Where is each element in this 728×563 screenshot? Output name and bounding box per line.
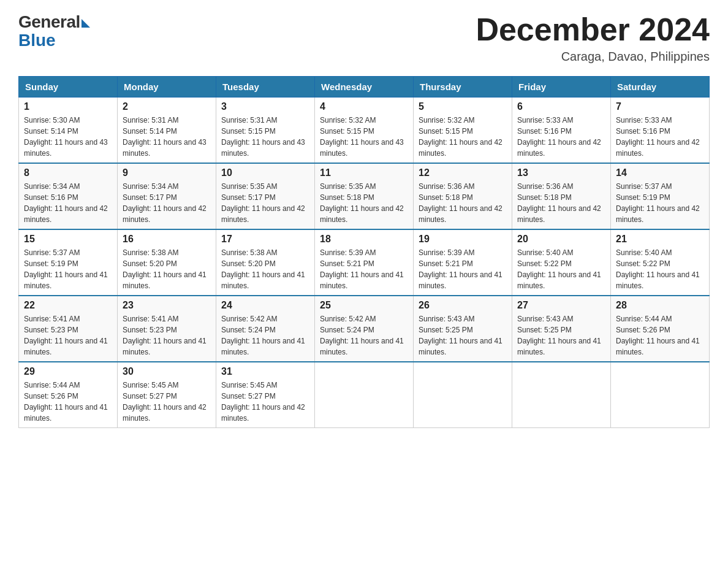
sunset-label: Sunset: 5:15 PM <box>320 127 374 136</box>
daylight-label: Daylight: 11 hours and 42 minutes. <box>517 138 601 158</box>
sunrise-label: Sunrise: 5:34 AM <box>123 182 178 191</box>
sunset-label: Sunset: 5:16 PM <box>616 127 670 136</box>
header-saturday: Saturday <box>611 77 710 98</box>
sunset-label: Sunset: 5:18 PM <box>320 193 374 202</box>
daylight-label: Daylight: 11 hours and 41 minutes. <box>123 337 207 356</box>
day-info: Sunrise: 5:43 AM Sunset: 5:25 PM Dayligh… <box>419 313 507 358</box>
header-tuesday: Tuesday <box>216 77 315 98</box>
table-row: 24 Sunrise: 5:42 AM Sunset: 5:24 PM Dayl… <box>216 296 315 362</box>
sunrise-label: Sunrise: 5:45 AM <box>123 381 178 389</box>
sunrise-label: Sunrise: 5:35 AM <box>221 182 277 191</box>
daylight-label: Daylight: 11 hours and 42 minutes. <box>24 204 108 224</box>
day-number: 6 <box>517 101 605 112</box>
sunrise-label: Sunrise: 5:31 AM <box>221 116 277 124</box>
day-number: 24 <box>221 300 309 311</box>
sunrise-label: Sunrise: 5:44 AM <box>616 315 672 323</box>
table-row: 4 Sunrise: 5:32 AM Sunset: 5:15 PM Dayli… <box>315 98 414 164</box>
daylight-label: Daylight: 11 hours and 41 minutes. <box>24 270 108 290</box>
day-info: Sunrise: 5:37 AM Sunset: 5:19 PM Dayligh… <box>616 181 704 225</box>
daylight-label: Daylight: 11 hours and 41 minutes. <box>616 337 700 356</box>
sunrise-label: Sunrise: 5:41 AM <box>123 315 178 323</box>
calendar-week-2: 8 Sunrise: 5:34 AM Sunset: 5:16 PM Dayli… <box>19 163 710 229</box>
table-row: 30 Sunrise: 5:45 AM Sunset: 5:27 PM Dayl… <box>118 362 216 428</box>
day-info: Sunrise: 5:37 AM Sunset: 5:19 PM Dayligh… <box>24 247 112 291</box>
day-info: Sunrise: 5:35 AM Sunset: 5:18 PM Dayligh… <box>320 181 408 225</box>
table-row: 5 Sunrise: 5:32 AM Sunset: 5:15 PM Dayli… <box>414 98 512 164</box>
day-number: 14 <box>616 167 704 178</box>
day-number: 15 <box>24 234 112 245</box>
sunrise-label: Sunrise: 5:35 AM <box>320 182 376 191</box>
table-row: 9 Sunrise: 5:34 AM Sunset: 5:17 PM Dayli… <box>118 163 216 229</box>
table-row: 26 Sunrise: 5:43 AM Sunset: 5:25 PM Dayl… <box>414 296 512 362</box>
day-number: 18 <box>320 234 408 245</box>
daylight-label: Daylight: 11 hours and 43 minutes. <box>123 138 207 158</box>
day-number: 12 <box>419 167 507 178</box>
day-number: 3 <box>221 101 309 112</box>
day-number: 1 <box>24 101 112 112</box>
day-info: Sunrise: 5:31 AM Sunset: 5:14 PM Dayligh… <box>123 115 211 159</box>
daylight-label: Daylight: 11 hours and 41 minutes. <box>517 337 601 356</box>
sunrise-label: Sunrise: 5:31 AM <box>123 116 178 124</box>
table-row: 23 Sunrise: 5:41 AM Sunset: 5:23 PM Dayl… <box>118 296 216 362</box>
day-number: 8 <box>24 167 112 178</box>
day-info: Sunrise: 5:32 AM Sunset: 5:15 PM Dayligh… <box>320 115 408 159</box>
calendar-week-4: 22 Sunrise: 5:41 AM Sunset: 5:23 PM Dayl… <box>19 296 710 362</box>
sunset-label: Sunset: 5:22 PM <box>517 259 572 268</box>
table-row: 29 Sunrise: 5:44 AM Sunset: 5:26 PM Dayl… <box>19 362 118 428</box>
table-row: 15 Sunrise: 5:37 AM Sunset: 5:19 PM Dayl… <box>19 229 118 296</box>
day-number: 9 <box>123 167 211 178</box>
day-info: Sunrise: 5:32 AM Sunset: 5:15 PM Dayligh… <box>419 115 507 159</box>
sunset-label: Sunset: 5:20 PM <box>221 259 276 268</box>
day-info: Sunrise: 5:40 AM Sunset: 5:22 PM Dayligh… <box>616 247 704 291</box>
day-number: 27 <box>517 300 605 311</box>
day-info: Sunrise: 5:34 AM Sunset: 5:17 PM Dayligh… <box>123 181 211 225</box>
calendar-table: Sunday Monday Tuesday Wednesday Thursday… <box>18 76 710 428</box>
table-row <box>315 362 414 428</box>
header-thursday: Thursday <box>414 77 512 98</box>
sunrise-label: Sunrise: 5:39 AM <box>419 248 474 257</box>
table-row: 12 Sunrise: 5:36 AM Sunset: 5:18 PM Dayl… <box>414 163 512 229</box>
sunset-label: Sunset: 5:19 PM <box>24 259 78 268</box>
sunset-label: Sunset: 5:23 PM <box>123 326 177 334</box>
table-row <box>512 362 611 428</box>
daylight-label: Daylight: 11 hours and 42 minutes. <box>616 138 700 158</box>
table-row: 1 Sunrise: 5:30 AM Sunset: 5:14 PM Dayli… <box>19 98 118 164</box>
sunset-label: Sunset: 5:26 PM <box>616 326 670 334</box>
day-number: 7 <box>616 101 704 112</box>
sunset-label: Sunset: 5:24 PM <box>320 326 374 334</box>
day-info: Sunrise: 5:33 AM Sunset: 5:16 PM Dayligh… <box>616 115 704 159</box>
logo-top: General <box>18 12 90 32</box>
day-number: 28 <box>616 300 704 311</box>
day-info: Sunrise: 5:41 AM Sunset: 5:23 PM Dayligh… <box>24 313 112 358</box>
day-info: Sunrise: 5:43 AM Sunset: 5:25 PM Dayligh… <box>517 313 605 358</box>
day-info: Sunrise: 5:30 AM Sunset: 5:14 PM Dayligh… <box>24 115 112 159</box>
table-row: 21 Sunrise: 5:40 AM Sunset: 5:22 PM Dayl… <box>611 229 710 296</box>
day-number: 13 <box>517 167 605 178</box>
daylight-label: Daylight: 11 hours and 41 minutes. <box>123 270 207 290</box>
calendar-week-3: 15 Sunrise: 5:37 AM Sunset: 5:19 PM Dayl… <box>19 229 710 296</box>
daylight-label: Daylight: 11 hours and 41 minutes. <box>419 337 502 356</box>
day-number: 17 <box>221 234 309 245</box>
sunrise-label: Sunrise: 5:45 AM <box>221 381 277 389</box>
day-info: Sunrise: 5:39 AM Sunset: 5:21 PM Dayligh… <box>320 247 408 291</box>
table-row: 20 Sunrise: 5:40 AM Sunset: 5:22 PM Dayl… <box>512 229 611 296</box>
day-number: 26 <box>419 300 507 311</box>
table-row: 8 Sunrise: 5:34 AM Sunset: 5:16 PM Dayli… <box>19 163 118 229</box>
sunset-label: Sunset: 5:25 PM <box>517 326 572 334</box>
day-number: 16 <box>123 234 211 245</box>
table-row <box>611 362 710 428</box>
daylight-label: Daylight: 11 hours and 41 minutes. <box>320 337 404 356</box>
table-row: 17 Sunrise: 5:38 AM Sunset: 5:20 PM Dayl… <box>216 229 315 296</box>
sunrise-label: Sunrise: 5:33 AM <box>616 116 672 124</box>
sunrise-label: Sunrise: 5:32 AM <box>320 116 376 124</box>
sunset-label: Sunset: 5:17 PM <box>221 193 276 202</box>
table-row: 31 Sunrise: 5:45 AM Sunset: 5:27 PM Dayl… <box>216 362 315 428</box>
sunrise-label: Sunrise: 5:37 AM <box>616 182 672 191</box>
day-number: 30 <box>123 366 211 377</box>
day-number: 11 <box>320 167 408 178</box>
sunset-label: Sunset: 5:14 PM <box>24 127 78 136</box>
sunset-label: Sunset: 5:15 PM <box>419 127 473 136</box>
sunrise-label: Sunrise: 5:43 AM <box>517 315 573 323</box>
calendar-header-row: Sunday Monday Tuesday Wednesday Thursday… <box>19 77 710 98</box>
daylight-label: Daylight: 11 hours and 42 minutes. <box>517 204 601 224</box>
